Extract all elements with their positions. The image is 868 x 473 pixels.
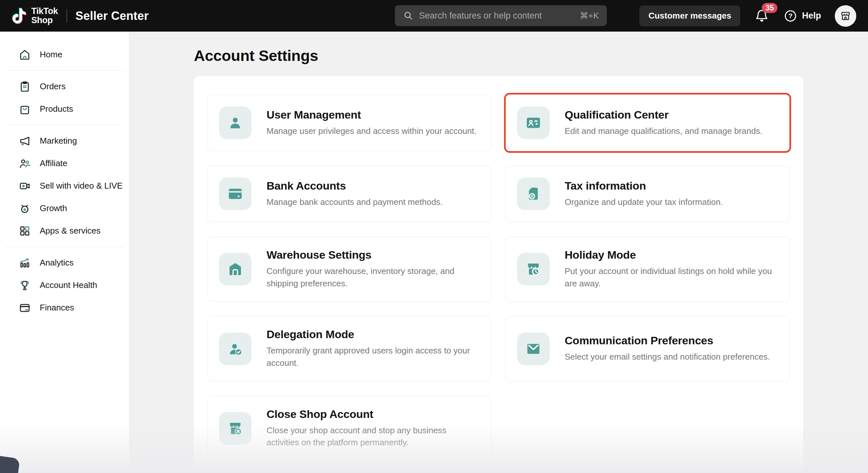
sidebar-item-label: Analytics	[40, 258, 74, 268]
tile-title: Tax information	[565, 180, 723, 192]
header-divider	[66, 9, 67, 23]
sidebar-divider	[5, 247, 124, 247]
orders-icon	[18, 80, 31, 93]
sidebar-item-label: Orders	[40, 82, 65, 92]
megaphone-icon	[18, 134, 31, 148]
sidebar-item-label: Products	[40, 104, 73, 114]
global-search[interactable]: ⌘+K	[395, 5, 607, 26]
envelope-icon	[517, 333, 550, 365]
sidebar-item-finances[interactable]: Finances	[0, 296, 129, 319]
brand-logo[interactable]: TikTok Shop	[0, 7, 58, 25]
analytics-icon	[18, 256, 31, 270]
sidebar-divider	[5, 70, 124, 71]
top-header: TikTok Shop Seller Center ⌘+K Customer m…	[0, 0, 868, 32]
trophy-icon	[18, 279, 31, 292]
user-icon	[219, 106, 251, 139]
tile-description: Select your email settings and notificat…	[565, 351, 770, 363]
home-icon	[18, 48, 31, 61]
bank-card-icon	[18, 301, 31, 314]
video-camera-icon	[18, 180, 31, 192]
sidebar-item-label: Affiliate	[40, 158, 67, 168]
tile-title: Holiday Mode	[565, 249, 776, 261]
tile-description: Close your shop account and stop any bus…	[267, 424, 478, 449]
brand-wordmark: TikTok Shop	[31, 7, 58, 25]
tile-qualification-center[interactable]: Qualification Center Edit and manage qua…	[506, 94, 789, 151]
shop-clock-icon	[517, 253, 550, 285]
bank-card-icon	[219, 178, 251, 210]
products-icon	[18, 103, 31, 116]
tile-description: Organize and update your tax information…	[565, 196, 723, 209]
tile-title: Warehouse Settings	[267, 249, 478, 261]
sidebar-item-analytics[interactable]: Analytics	[0, 251, 129, 274]
affiliate-icon	[18, 157, 31, 170]
question-circle-icon: ?	[783, 9, 798, 23]
sidebar-item-label: Finances	[40, 303, 74, 313]
sidebar-item-label: Home	[40, 50, 62, 60]
tile-tax-information[interactable]: Tax information Organize and update your…	[506, 165, 789, 222]
sidebar-item-label: Marketing	[40, 136, 77, 146]
tile-description: Configure your warehouse, inventory stor…	[267, 265, 478, 290]
page-title: Account Settings	[194, 46, 868, 64]
customer-messages-button[interactable]: Customer messages	[639, 5, 740, 26]
help-label: Help	[802, 11, 821, 21]
sidebar-item-affiliate[interactable]: Affiliate	[0, 152, 129, 175]
sidebar-item-home[interactable]: Home	[0, 43, 129, 66]
tile-title: Communication Preferences	[565, 334, 770, 347]
tile-holiday-mode[interactable]: Holiday Mode Put your account or individ…	[506, 236, 789, 302]
tile-title: Delegation Mode	[267, 328, 478, 341]
notification-count-badge: 35	[762, 3, 777, 13]
sidebar-item-label: Apps & services	[40, 226, 100, 236]
tile-description: Edit and manage qualifications, and mana…	[565, 125, 763, 137]
app-title: Seller Center	[75, 9, 149, 23]
sidebar-item-marketing[interactable]: Marketing	[0, 130, 129, 152]
tile-title: Bank Accounts	[267, 180, 443, 192]
user-check-icon	[219, 333, 251, 365]
svg-text:?: ?	[788, 12, 793, 20]
storefront-icon	[839, 10, 852, 22]
id-card-icon	[517, 106, 550, 139]
sidebar-item-products[interactable]: Products	[0, 98, 129, 120]
tile-bank-accounts[interactable]: Bank Accounts Manage bank accounts and p…	[208, 165, 491, 222]
warehouse-icon	[219, 253, 251, 285]
tile-description: Manage bank accounts and payment methods…	[267, 196, 443, 209]
tiktok-note-icon	[12, 8, 27, 24]
growth-icon	[18, 202, 31, 215]
notifications-button[interactable]: 35	[754, 7, 770, 25]
tile-delegation-mode[interactable]: Delegation Mode Temporarily grant approv…	[208, 316, 491, 381]
tile-title: Qualification Center	[565, 108, 763, 121]
settings-grid: User Management Manage user privileges a…	[208, 94, 789, 461]
tile-title: Close Shop Account	[267, 408, 478, 420]
sidebar-item-label: Sell with video & LIVE	[40, 181, 123, 191]
sidebar-item-apps-services[interactable]: Apps & services	[0, 220, 129, 242]
tile-description: Temporarily grant approved users login a…	[267, 345, 478, 369]
shop-avatar-button[interactable]	[835, 5, 856, 27]
tile-description: Manage user privileges and access within…	[267, 125, 477, 137]
tile-close-shop-account[interactable]: Close Shop Account Close your shop accou…	[208, 396, 491, 461]
sidebar-item-account-health[interactable]: Account Health	[0, 274, 129, 296]
sidebar-item-growth[interactable]: Growth	[0, 197, 129, 220]
search-shortcut: ⌘+K	[580, 11, 599, 21]
search-icon	[403, 10, 414, 21]
main-content: Account Settings User Management Manage …	[129, 32, 868, 473]
settings-card: User Management Manage user privileges a…	[194, 76, 803, 473]
apps-grid-icon	[18, 224, 31, 238]
tile-warehouse-settings[interactable]: Warehouse Settings Configure your wareho…	[208, 236, 491, 302]
sidebar-item-label: Account Health	[40, 280, 97, 290]
sidebar-item-sell-with-video-live[interactable]: Sell with video & LIVE	[0, 175, 129, 197]
sidebar-divider	[5, 125, 124, 125]
sidebar-nav: Home Orders Products Marketing Affi	[0, 32, 129, 473]
tile-description: Put your account or individual listings …	[565, 265, 776, 290]
tile-title: User Management	[267, 108, 477, 121]
search-input[interactable]	[419, 11, 580, 21]
shop-close-icon	[219, 412, 251, 445]
tile-user-management[interactable]: User Management Manage user privileges a…	[208, 94, 491, 151]
sidebar-item-orders[interactable]: Orders	[0, 75, 129, 98]
tax-document-icon	[517, 178, 550, 210]
help-button[interactable]: ? Help	[783, 9, 821, 23]
sidebar-item-label: Growth	[40, 203, 67, 213]
tile-communication-preferences[interactable]: Communication Preferences Select your em…	[506, 316, 789, 381]
